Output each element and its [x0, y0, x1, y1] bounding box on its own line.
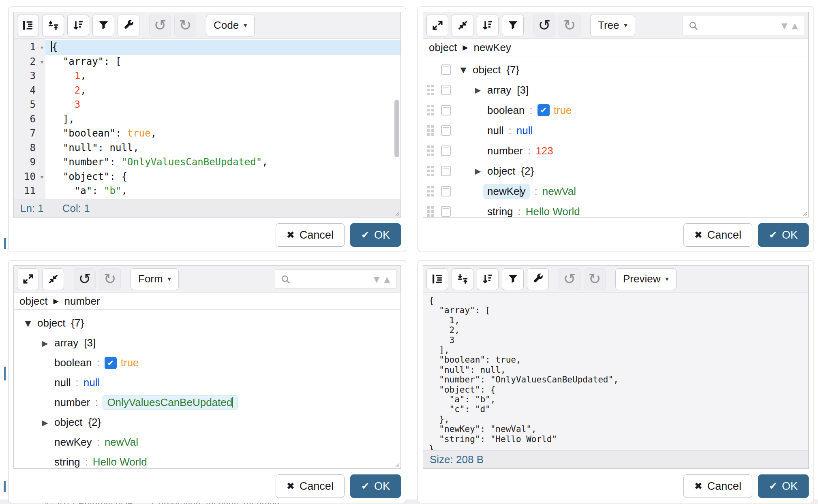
ok-button[interactable]: ✔ OK	[350, 223, 401, 247]
tree-row[interactable]: number:123	[423, 141, 808, 161]
cancel-button[interactable]: ✖ Cancel	[276, 223, 345, 247]
sort-button[interactable]	[67, 15, 89, 36]
tree-field[interactable]: object	[37, 317, 65, 329]
tree-row[interactable]: number:OnlyValuesCanBeUpdated	[14, 393, 400, 412]
tree-value[interactable]: true	[121, 357, 139, 369]
tree-row[interactable]: boolean:✔true	[423, 100, 808, 120]
code-line[interactable]: 3	[45, 98, 400, 112]
tree-field[interactable]: newKey	[54, 436, 92, 448]
collapse-all-button[interactable]	[42, 268, 64, 290]
context-menu-button[interactable]	[441, 206, 456, 217]
resize-corner-icon[interactable]	[801, 210, 807, 216]
tree-field[interactable]: string	[487, 205, 513, 218]
resize-corner-icon[interactable]	[394, 461, 400, 468]
tree-row[interactable]: ▼object{7}	[14, 313, 400, 333]
tree-field[interactable]: string	[54, 456, 80, 468]
search-next-icon[interactable]: ▼	[782, 21, 789, 30]
resize-corner-icon[interactable]	[394, 210, 400, 216]
format-button[interactable]	[426, 268, 448, 290]
tree-field[interactable]: number	[487, 145, 523, 157]
tree-field[interactable]: null	[54, 376, 71, 389]
code-line[interactable]: "c": "d"	[45, 199, 400, 199]
mode-dropdown-code[interactable]: Code ▾	[206, 15, 255, 36]
cancel-button[interactable]: ✖ Cancel	[683, 474, 752, 498]
drag-handle-icon[interactable]	[427, 85, 437, 95]
expand-triangle-icon[interactable]: ▶	[37, 418, 53, 427]
format-button[interactable]	[17, 15, 39, 36]
undo-button[interactable]: ↺	[559, 268, 580, 290]
context-menu-button[interactable]	[441, 186, 456, 196]
ok-button[interactable]: ✔ OK	[758, 474, 809, 498]
drag-handle-icon[interactable]	[427, 125, 437, 136]
fold-arrow-icon[interactable]: ▾	[41, 41, 43, 55]
expand-triangle-icon[interactable]: ▶	[470, 167, 486, 175]
breadcrumb-item[interactable]: object	[19, 295, 47, 308]
collapse-triangle-icon[interactable]: ▼	[456, 65, 471, 74]
drag-handle-icon[interactable]	[427, 186, 437, 196]
undo-button[interactable]: ↺	[533, 15, 555, 36]
repair-button[interactable]	[527, 268, 549, 290]
tree-value[interactable]: Hello World	[93, 456, 147, 468]
code-line[interactable]: "object": {	[45, 170, 400, 184]
compact-button[interactable]	[42, 15, 64, 36]
filter-button[interactable]	[92, 15, 114, 36]
tree-field[interactable]: null	[487, 124, 503, 137]
mode-dropdown-form[interactable]: Form ▾	[131, 268, 179, 290]
search-prev-icon[interactable]: ▲	[384, 275, 391, 284]
sort-button[interactable]	[477, 15, 499, 36]
drag-handle-icon[interactable]	[427, 105, 437, 115]
tree-field[interactable]: array	[487, 84, 511, 96]
code-line[interactable]: "number": "OnlyValuesCanBeUpdated",	[45, 155, 400, 170]
undo-button[interactable]: ↺	[74, 268, 96, 290]
code-line[interactable]: {	[45, 40, 400, 55]
code-line[interactable]: "boolean": true,	[45, 126, 400, 141]
breadcrumb[interactable]: object▶number	[14, 293, 400, 310]
code-line[interactable]: "a": "b",	[45, 184, 400, 199]
filter-button[interactable]	[502, 15, 524, 36]
redo-button[interactable]: ↻	[584, 268, 606, 290]
fold-arrow-icon[interactable]: ▾	[41, 170, 43, 185]
search-input[interactable]	[702, 19, 778, 32]
redo-button[interactable]: ↻	[174, 15, 196, 36]
tree-row[interactable]: ▶object{2}	[423, 161, 808, 181]
boolean-checkbox[interactable]: ✔	[537, 104, 550, 116]
tree-value[interactable]: OnlyValuesCanBeUpdated	[103, 395, 238, 410]
tree-row[interactable]: ▶array[3]	[14, 333, 400, 353]
tree-value[interactable]: 123	[535, 145, 553, 157]
tree-row[interactable]: boolean:✔true	[14, 353, 400, 373]
breadcrumb-item[interactable]: object	[429, 41, 457, 54]
redo-button[interactable]: ↻	[99, 268, 121, 290]
tree-value[interactable]: null	[84, 376, 100, 389]
code-line[interactable]: ],	[45, 112, 400, 127]
drag-handle-icon[interactable]	[427, 145, 437, 156]
tree-field[interactable]: array	[54, 337, 78, 349]
sort-button[interactable]	[477, 268, 499, 290]
tree-row[interactable]: string:Hello World	[423, 201, 808, 217]
breadcrumb-item[interactable]: number	[64, 295, 100, 308]
code-line[interactable]: "null": null,	[45, 141, 400, 156]
tree-field[interactable]: object	[54, 416, 82, 429]
fold-arrow-icon[interactable]: ▾	[41, 55, 43, 70]
collapse-all-button[interactable]	[452, 15, 473, 36]
context-menu-button[interactable]	[441, 64, 456, 75]
breadcrumb[interactable]: object▶newKey	[423, 39, 808, 56]
search-input[interactable]	[294, 273, 370, 285]
redo-button[interactable]: ↻	[559, 15, 580, 36]
tree-value[interactable]: Hello World	[526, 205, 580, 218]
expand-triangle-icon[interactable]: ▶	[470, 85, 486, 94]
code-lines[interactable]: { "array": [ 1, 2, 3 ], "boolean": true,…	[45, 39, 400, 199]
drag-handle-icon[interactable]	[427, 166, 437, 176]
undo-button[interactable]: ↺	[149, 15, 171, 36]
tree-field[interactable]: boolean	[487, 104, 525, 117]
context-menu-button[interactable]	[441, 166, 456, 176]
tree-row[interactable]: newKey:newVal	[14, 432, 400, 452]
compact-button[interactable]	[452, 268, 473, 290]
tree-row[interactable]: string:Hello World	[14, 452, 400, 468]
tree-value[interactable]: newVal	[542, 185, 576, 198]
boolean-checkbox[interactable]: ✔	[105, 357, 117, 369]
tree-value[interactable]: null	[516, 124, 533, 137]
context-menu-button[interactable]	[441, 85, 456, 95]
tree-value[interactable]: true	[554, 104, 572, 117]
tree-row[interactable]: ▶object{2}	[14, 412, 400, 432]
expand-all-button[interactable]	[17, 268, 39, 290]
